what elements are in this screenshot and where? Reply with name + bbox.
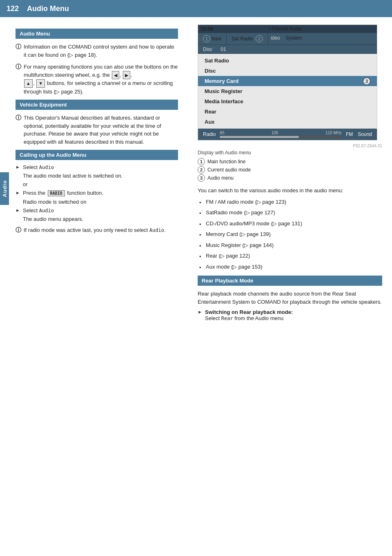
display-radio-label: Radio bbox=[203, 131, 216, 137]
mode-satradio: • SatRadio mode (▷ page 127) bbox=[199, 209, 382, 218]
step-press-radio: ► Press the RADIO function button. bbox=[16, 190, 178, 196]
mode-fm-text: FM / AM radio mode (▷ page 123) bbox=[206, 198, 286, 206]
radio-button-img: RADIO bbox=[48, 190, 65, 196]
vehicle-info-text: This Operator's Manual describes all fea… bbox=[24, 114, 178, 146]
left-column: Audio Menu ⓘ Information on the COMAND c… bbox=[0, 24, 188, 324]
legend-item-3: 3 Audio menu bbox=[198, 174, 382, 182]
arrow-icon-2: ► bbox=[16, 190, 20, 195]
image-reference: P82.87-2944-31 bbox=[198, 144, 382, 148]
arrow-icon-1: ► bbox=[16, 165, 20, 169]
display-nav-row2: Disc 01 bbox=[198, 44, 377, 54]
bullet-dot-7: • bbox=[199, 264, 203, 272]
arrow-icon-rear: ► bbox=[198, 309, 203, 314]
display-source: • FM/AM Radio bbox=[269, 26, 302, 32]
freq-end: 110 MHz bbox=[325, 131, 342, 135]
step-desc-1: The audio mode last active is switched o… bbox=[23, 173, 178, 179]
page-title: Audio Menu bbox=[27, 4, 69, 13]
bullet-dot-1: • bbox=[199, 199, 203, 207]
bullet-dot-3: • bbox=[199, 220, 203, 229]
info-text-1: Information on the COMAND control system… bbox=[24, 43, 178, 59]
menu-memory-card[interactable]: Memory Card 3 bbox=[198, 76, 377, 86]
menu-disc[interactable]: Disc bbox=[198, 66, 377, 76]
mode-aux: • Aux mode (▷ page 153) bbox=[199, 263, 382, 272]
display-freq-area: 85 105 110 MHz bbox=[220, 131, 342, 138]
nav-01[interactable]: 01 bbox=[217, 45, 229, 54]
rear-playback-instruction-text: Switching on Rear playback mode: Select … bbox=[205, 309, 293, 321]
menu-music-register[interactable]: Music Register bbox=[198, 86, 377, 96]
radio-mode-text: If radio mode was active last, you only … bbox=[24, 226, 166, 234]
mode-rear: • Rear (▷ page 122) bbox=[199, 252, 382, 261]
menu-media-interface[interactable]: Media Interface bbox=[198, 96, 377, 107]
right-column: 10:06 • FM/AM Radio 1Navi Sat Radio 2 id… bbox=[188, 24, 392, 324]
nav-video[interactable]: ideo bbox=[268, 33, 283, 44]
page-header: 122 Audio Menu bbox=[0, 0, 392, 17]
rear-instruction-header: Switching on Rear playback mode: bbox=[205, 309, 293, 315]
display-sound-label: Sound bbox=[358, 131, 372, 137]
legend-item-1: 1 Main function line bbox=[198, 158, 382, 165]
calling-audio-menu-header: Calling up the Audio Menu bbox=[16, 150, 178, 160]
vehicle-info-icon: ⓘ bbox=[16, 114, 21, 122]
legend-text-2: Current audio mode bbox=[207, 167, 251, 173]
radio-mode-info: ⓘ If radio mode was active last, you onl… bbox=[16, 226, 178, 234]
nav-sat-radio[interactable]: Sat Radio 2 bbox=[227, 33, 268, 44]
display-fm-label: FM bbox=[346, 131, 353, 137]
menu-rear[interactable]: Rear bbox=[198, 107, 377, 117]
step-select-audio-1: ► Select Audio bbox=[16, 164, 178, 170]
vehicle-equipment-header: Vehicle Equipment bbox=[16, 100, 178, 110]
step-text-2: Press the RADIO function button. bbox=[23, 190, 103, 196]
mode-cd-dvd: • CD-/DVD audio/MP3 mode (▷ page 131) bbox=[199, 220, 382, 229]
bullet-dot-6: • bbox=[199, 253, 203, 261]
display-top-bar: 10:06 • FM/AM Radio bbox=[198, 25, 377, 33]
freq-mid: 105 bbox=[272, 131, 278, 135]
display-menu: Sat Radio Disc Memory Card 3 Music Regis… bbox=[198, 54, 377, 129]
vehicle-info-block: ⓘ This Operator's Manual describes all f… bbox=[16, 114, 178, 146]
step-desc-3: The audio menu appears. bbox=[23, 216, 178, 222]
step-or: or bbox=[23, 181, 178, 187]
mode-cd-dvd-text: CD-/DVD audio/MP3 mode (▷ page 131) bbox=[206, 220, 302, 228]
modes-list: • FM / AM radio mode (▷ page 123) • SatR… bbox=[199, 198, 382, 272]
rear-playback-header: Rear Playback Mode bbox=[198, 276, 382, 286]
page-number: 122 bbox=[7, 4, 19, 13]
nav-navi[interactable]: 1Navi bbox=[198, 33, 227, 44]
mode-aux-text: Aux mode (▷ page 153) bbox=[206, 263, 263, 271]
display-caption: Display with Audio menu bbox=[198, 150, 382, 156]
menu-aux[interactable]: Aux bbox=[198, 117, 377, 127]
step-text-3: Select Audio bbox=[23, 207, 54, 214]
btn-prev: ◀ bbox=[112, 71, 119, 80]
nav-disc[interactable]: Disc bbox=[198, 45, 217, 54]
radio-mode-icon: ⓘ bbox=[16, 227, 21, 234]
audio-menu-section-header: Audio Menu bbox=[16, 29, 178, 39]
btn-next: ▶ bbox=[123, 71, 130, 80]
legend-badge-3: 3 bbox=[198, 174, 205, 182]
bullet-dot-2: • bbox=[199, 209, 203, 218]
legend-text-3: Audio menu bbox=[207, 175, 234, 181]
bullet-dot-5: • bbox=[199, 242, 203, 250]
mode-rear-text: Rear (▷ page 122) bbox=[206, 252, 250, 260]
legend-badge-2: 2 bbox=[198, 166, 205, 173]
rear-select-mono: Rear bbox=[221, 316, 233, 321]
step-select-audio-2: ► Select Audio bbox=[16, 207, 178, 214]
switch-intro-text: You can switch to the various audio mode… bbox=[198, 187, 382, 195]
car-display-image: 10:06 • FM/AM Radio 1Navi Sat Radio 2 id… bbox=[198, 24, 377, 140]
info-icon-2: ⓘ bbox=[16, 63, 21, 71]
bullet-dot-4: • bbox=[199, 231, 203, 239]
mode-music-register: • Music Register (▷ page 144) bbox=[199, 241, 382, 250]
rear-playback-instruction: ► Switching on Rear playback mode: Selec… bbox=[198, 309, 382, 321]
info-text-2: For many operating functions you can als… bbox=[24, 63, 178, 96]
mode-satradio-text: SatRadio mode (▷ page 127) bbox=[206, 209, 275, 217]
nav-system[interactable]: System bbox=[283, 33, 305, 44]
step-text-1: Select Audio bbox=[23, 164, 54, 170]
legend-item-2: 2 Current audio mode bbox=[198, 166, 382, 173]
info-icon-1: ⓘ bbox=[16, 43, 21, 51]
display-time: 10:06 bbox=[200, 26, 213, 32]
btn-down: ▼ bbox=[36, 79, 45, 88]
mode-memory-card-text: Memory Card (▷ page 139) bbox=[206, 230, 271, 238]
mode-music-register-text: Music Register (▷ page 144) bbox=[206, 241, 274, 249]
step-desc-2: Radio mode is switched on bbox=[23, 199, 178, 205]
info-block-1: ⓘ Information on the COMAND control syst… bbox=[16, 43, 178, 59]
freq-start: 85 bbox=[220, 131, 224, 135]
arrow-icon-3: ► bbox=[16, 208, 20, 213]
menu-sat-radio[interactable]: Sat Radio bbox=[198, 56, 377, 66]
legend-badge-1: 1 bbox=[198, 158, 205, 165]
rear-playback-text: Rear playback mode channels the audio so… bbox=[198, 290, 382, 306]
